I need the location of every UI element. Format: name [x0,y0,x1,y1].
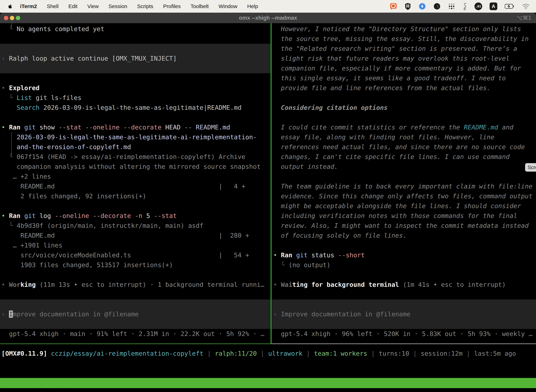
prompt-line: › Improve documentation in @filename [1,309,270,319]
ran-git-status-line: • Ran git status --short [273,250,536,260]
blue-bolt-icon[interactable] [419,3,426,10]
git-log-output-line: README.md | 280 + [1,231,270,240]
explored-search-line: Search 2026-03-09-is-legal-the-same-as-l… [1,103,270,112]
omx-status-segment: turns:10 [379,350,409,357]
git-show-arg-line: 2026-03-09-is-legal-the-same-as-legitima… [1,132,270,142]
model-status-line: gpt-5.4 xhigh · 96% left · 520K in · 5.8… [273,329,536,339]
reasoning-line: output instead. [273,162,536,172]
reasoning-heading: Considering citation options [273,103,536,112]
git-show-output-line: README.md | 4 + [1,182,270,191]
menu-item-toolbelt[interactable]: Toolbelt [191,3,209,9]
menu-item-help[interactable]: Help [247,3,258,9]
omx-status-segment: | [257,350,268,357]
omx-status-segment [47,350,51,357]
omx-status-segment: session:12m [421,350,463,357]
ran-git-log-line: • Ran git log --oneline --decorate -n 5 … [1,211,270,221]
git-show-output-line: 2 files changed, 92 insertions(+) [1,191,270,201]
omx-status-segment: cczip/essay/ai-reimplementation-copyleft [51,350,203,357]
menu-item-view[interactable]: View [87,3,99,9]
count-badge-icon[interactable]: ..61 [474,2,482,10]
reasoning-line: The team guideline is to back every impo… [273,182,536,191]
inactive-pane-border [272,344,536,344]
menu-item-edit[interactable]: Edit [68,3,77,9]
git-log-output-line: └ 4b9d30f (origin/main, instructkr/main,… [1,221,270,231]
dark-crescent-icon[interactable] [433,3,441,10]
reasoning-line: review. Also, I might want to inspect th… [273,221,536,231]
keyboard-layout-icon[interactable]: A [490,2,497,10]
git-show-output-line: … +2 lines [1,172,270,182]
omx-status-segment: last:5m ago [474,350,516,357]
reasoning-line: changes, I can't cite specific file line… [273,152,536,162]
menu-item-iterm2[interactable]: iTerm2 [20,3,37,9]
omx-status-segment: [OMX#0.11.9] [1,350,47,357]
apple-icon[interactable] [7,4,13,9]
omx-status-segment: team:1 workers [314,350,367,357]
menu-item-profiles[interactable]: Profiles [163,3,181,9]
tmux-session-label: [omx-cczip0:bash* [1,388,66,392]
reasoning-line: provide file and line references from th… [273,83,536,93]
working-status-line: • Working (11m 13s • esc to interrupt) ·… [1,280,270,289]
tmux-status-bar: [omx-cczip0:bash* "MacBook-Pro-44.local"… [0,378,536,388]
git-status-output-line: └ (no output) [273,260,536,270]
menu-items: iTerm2ShellEditViewSessionScriptsProfile… [20,3,258,9]
right-terminal-pane[interactable]: However, I noticed the "Directory Struct… [272,23,536,344]
waiting-status-line: • Waiting for background terminal (1m 41… [273,280,536,289]
battery-icon[interactable] [505,4,515,9]
git-log-output-line: 1903 files changed, 513517 insertions(+) [1,260,270,270]
left-terminal-pane[interactable]: └ No agents completed yet› Ralph loop ac… [0,23,270,344]
reasoning-line: companion file, especially if more comme… [273,63,536,73]
omx-status-segment: | [203,350,215,357]
omx-status-segment: | [409,350,421,357]
window-title: omx --xhigh --madmax [0,13,536,23]
explored-heading: • Explored [1,83,270,93]
reasoning-line: evidence. Since this change only affects… [273,191,536,201]
wifi-icon[interactable] [522,3,530,9]
reasoning-line: references need actual files, and since … [273,142,536,152]
prompt-line: › Improve documentation in @filename [273,309,536,319]
history-prompt-line: › Ralph loop active continue [OMX_TMUX_I… [1,54,270,63]
git-show-output-line: └ 067f154 (HEAD -> essay/ai-reimplementa… [1,152,270,162]
git-log-output-line: src/voice/voiceModeEnabled.ts | 54 + [1,250,270,260]
git-show-output-line: companion analysis without altering the … [1,162,270,172]
reasoning-line: However, I noticed the "Directory Struct… [273,24,536,34]
reasoning-line: slight risk that future readers may over… [273,54,536,63]
orange-chat-icon[interactable] [390,3,397,10]
omx-status-segment: | [463,350,474,357]
window-title-bar: omx --xhigh --madmax ⌥⌘1 [0,13,536,23]
window-shortcut-badge: ⌥⌘1 [517,13,531,23]
reasoning-line: the source tree, missing the essay. Stil… [273,34,536,44]
omx-status-segment: | [367,350,379,357]
menu-item-window[interactable]: Window [219,3,237,9]
reasoning-line: the "Related research writing" section i… [273,44,536,54]
reasoning-line: including verification notes with those … [273,211,536,221]
screen: iTerm2ShellEditViewSessionScriptsProfile… [0,0,536,392]
active-pane-border [0,344,272,344]
ran-git-show-line: • Ran git show --stat --oneline --decora… [1,122,270,132]
git-show-arg-line: and-the-erosion-of-copyleft.md [1,142,270,152]
omx-status-segment: | [302,350,314,357]
screen-edge-tooltip: Scre [525,163,536,172]
menu-item-session[interactable]: Session [109,3,127,9]
explored-list-line: └ List git ls-files [1,93,270,103]
omx-status-segment: ultrawork [268,350,302,357]
shield-grid-icon[interactable] [404,3,411,10]
reasoning-line: of focusing solely on file lines. [273,231,536,240]
reasoning-line: this single essay, it seems like a good … [273,73,536,83]
menu-item-shell[interactable]: Shell [47,3,58,9]
omx-status-segment: ralph:11/20 [215,350,257,357]
reasoning-line: I could cite commit statistics or refere… [273,122,536,132]
model-status-line: gpt-5.4 xhigh · main · 91% left · 2.31M … [1,329,270,339]
git-log-output-line: … +1901 lines [1,240,270,250]
macos-menu-bar: iTerm2ShellEditViewSessionScriptsProfile… [0,0,536,13]
pane-divider[interactable] [271,23,272,344]
reasoning-line: might be acceptable alongside the file l… [273,201,536,211]
dots-grid-icon[interactable] [448,3,455,10]
menu-status-icons: ..61 A [390,2,530,10]
omx-status-bar: [OMX#0.11.9] cczip/essay/ai-reimplementa… [1,349,516,359]
menu-item-scripts[interactable]: Scripts [137,3,153,9]
agents-status-line: └ No agents completed yet [1,24,270,34]
squiggle-icon[interactable] [463,2,467,10]
reasoning-line: essay file, along with finding root file… [273,132,536,142]
